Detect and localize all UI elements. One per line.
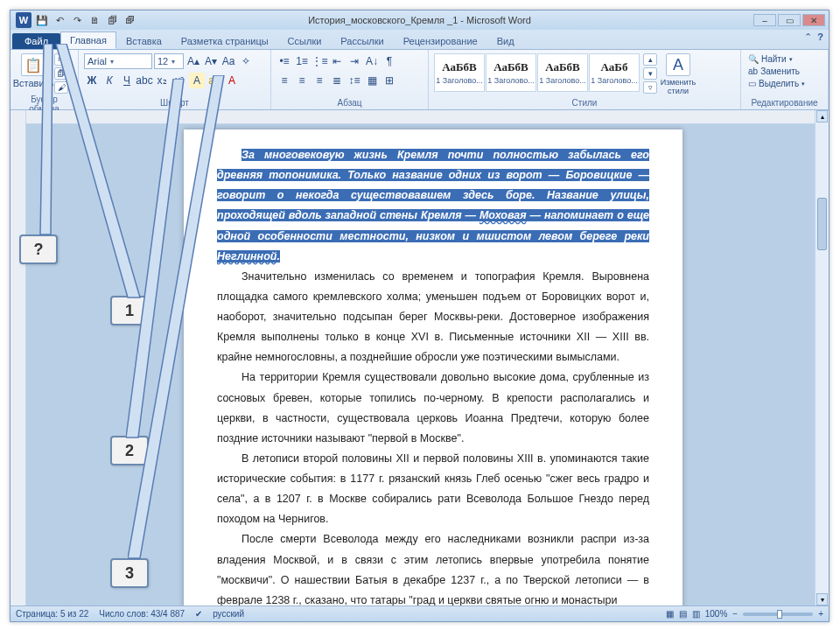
callout-question: ? (19, 234, 58, 264)
save-icon[interactable]: 💾 (35, 13, 49, 27)
bullets-icon[interactable]: •≡ (276, 53, 292, 69)
shrink-font-icon[interactable]: A▾ (203, 53, 219, 69)
zoom-in-icon[interactable]: + (818, 609, 823, 619)
status-words[interactable]: Число слов: 43/4 887 (99, 609, 185, 619)
undo-icon[interactable]: ↶ (52, 13, 66, 27)
tab-view[interactable]: Вид (487, 32, 524, 49)
redo-icon[interactable]: ↷ (70, 13, 84, 27)
tab-references[interactable]: Ссылки (278, 32, 332, 49)
select-icon: ▭ (748, 79, 756, 88)
shading-icon[interactable]: ▦ (364, 73, 380, 88)
align-center-icon[interactable]: ≡ (294, 73, 310, 88)
zoom-level[interactable]: 100% (705, 609, 728, 619)
sort-icon[interactable]: A↓ (364, 53, 380, 69)
vertical-scrollbar[interactable]: ▴ ▾ (815, 110, 829, 606)
paragraph[interactable]: В летописи второй половины XII и первой … (217, 449, 649, 530)
underline-button[interactable]: Ч (119, 73, 135, 88)
style-scroll-down-icon[interactable]: ▾ (643, 67, 657, 80)
style-item[interactable]: АаБбВ1 Заголово... (434, 53, 485, 92)
group-label: Стили (434, 97, 735, 109)
copy-icon[interactable]: 🗐 (54, 67, 68, 80)
subscript-button[interactable]: x₂ (154, 73, 170, 88)
status-page[interactable]: Страница: 5 из 22 (16, 609, 88, 619)
find-button[interactable]: 🔍Найти▾ (746, 53, 807, 65)
style-item[interactable]: АаБбВ1 Заголово... (486, 53, 536, 92)
vertical-ruler[interactable] (10, 110, 26, 606)
increase-indent-icon[interactable]: ⇥ (346, 53, 362, 69)
change-case-icon[interactable]: Aa (220, 53, 236, 69)
scroll-up-icon[interactable]: ▴ (816, 110, 828, 122)
zoom-slider[interactable] (743, 612, 813, 616)
superscript-button[interactable]: x² (172, 73, 187, 88)
paragraph[interactable]: Значительно изменилась со временем и топ… (217, 267, 649, 368)
font-size-combo[interactable]: 12▾ (154, 53, 184, 69)
numbering-icon[interactable]: 1≡ (294, 53, 310, 69)
format-painter-icon[interactable]: 🖌 (54, 81, 68, 94)
group-label: Абзац (276, 97, 423, 109)
paragraph-selected[interactable]: За многовековую жизнь Кремля почти полно… (217, 145, 649, 267)
tab-mailings[interactable]: Рассылки (331, 32, 393, 49)
status-bar: Страница: 5 из 22 Число слов: 43/4 887 ✔… (10, 606, 829, 621)
file-tab[interactable]: Файл (12, 33, 60, 49)
grow-font-icon[interactable]: A▴ (186, 53, 201, 69)
tab-review[interactable]: Рецензирование (394, 32, 487, 49)
minimize-button[interactable]: – (753, 14, 776, 26)
style-expand-icon[interactable]: ▿ (643, 81, 657, 94)
help-icon[interactable]: ? (817, 32, 823, 43)
tab-page-layout[interactable]: Разметка страницы (172, 32, 278, 49)
font-color-icon[interactable]: A (224, 73, 240, 88)
borders-icon[interactable]: ⊞ (382, 73, 397, 88)
font-name-combo[interactable]: Arial▾ (84, 53, 152, 69)
callout-3: 3 (110, 558, 149, 588)
multilevel-icon[interactable]: ⋮≡ (312, 53, 327, 69)
horizontal-ruler[interactable] (26, 110, 815, 124)
status-language[interactable]: русский (213, 609, 244, 619)
group-font: Arial▾ 12▾ A▴ A▾ Aa ✧ Ж К Ч abc x₂ x² A … (79, 50, 271, 109)
scroll-down-icon[interactable]: ▾ (816, 593, 828, 606)
clear-format-icon[interactable]: ✧ (238, 53, 254, 69)
tab-insert[interactable]: Вставка (116, 32, 172, 49)
qat-icon[interactable]: 🗐 (105, 13, 119, 27)
select-button[interactable]: ▭Выделить▾ (746, 78, 807, 89)
proofing-icon[interactable]: ✔ (195, 609, 202, 619)
view-read-icon[interactable]: ▤ (679, 609, 687, 619)
bold-button[interactable]: Ж (84, 73, 100, 88)
line-spacing-icon[interactable]: ↕≡ (346, 73, 362, 88)
replace-button[interactable]: abЗаменить (746, 66, 807, 77)
text-effects-icon[interactable]: A (189, 73, 205, 88)
find-icon: 🔍 (748, 54, 759, 64)
highlight-icon[interactable]: ab (206, 73, 222, 88)
minimize-ribbon-icon[interactable]: ⌃ (804, 32, 812, 43)
close-button[interactable]: ✕ (802, 14, 825, 26)
qat-icon[interactable]: 🗊 (122, 13, 136, 27)
strike-button[interactable]: abc (136, 73, 152, 88)
justify-icon[interactable]: ≣ (329, 73, 345, 88)
change-styles-button[interactable]: A Изменить стили (661, 53, 696, 95)
zoom-out-icon[interactable]: − (732, 609, 738, 619)
style-scroll-up-icon[interactable]: ▴ (643, 53, 657, 66)
cut-icon[interactable]: ✂ (54, 53, 68, 66)
qat-icon[interactable]: 🗎 (88, 13, 102, 27)
paste-icon: 📋 (21, 53, 46, 76)
paste-button[interactable]: 📋 Вставить (16, 53, 51, 88)
align-right-icon[interactable]: ≡ (312, 73, 327, 88)
show-marks-icon[interactable]: ¶ (382, 53, 397, 69)
style-gallery[interactable]: АаБбВ1 Заголово... АаБбВ1 Заголово... Аа… (434, 53, 640, 92)
paragraph[interactable]: После смерти Всеволода между его наследн… (217, 529, 649, 606)
align-left-icon[interactable]: ≡ (276, 73, 292, 88)
paragraph[interactable]: На территории Кремля существовали доволь… (217, 368, 649, 449)
maximize-button[interactable]: ▭ (778, 14, 801, 26)
view-print-icon[interactable]: ▦ (666, 609, 674, 619)
quick-access-toolbar: W 💾 ↶ ↷ 🗎 🗐 🗊 (10, 12, 142, 28)
style-item[interactable]: АаБб1 Заголово... (589, 53, 640, 92)
italic-button[interactable]: К (102, 73, 117, 88)
tab-home[interactable]: Главная (60, 32, 116, 49)
decrease-indent-icon[interactable]: ⇤ (329, 53, 345, 69)
view-web-icon[interactable]: ▥ (692, 609, 700, 619)
work-area: За многовековую жизнь Кремля почти полно… (10, 110, 829, 606)
scroll-thumb[interactable] (817, 198, 827, 250)
style-item[interactable]: АаБбВ1 Заголово... (537, 53, 588, 92)
document-page[interactable]: За многовековую жизнь Кремля почти полно… (184, 130, 682, 606)
word-logo-icon: W (16, 12, 32, 28)
document-area[interactable]: За многовековую жизнь Кремля почти полно… (26, 124, 815, 606)
